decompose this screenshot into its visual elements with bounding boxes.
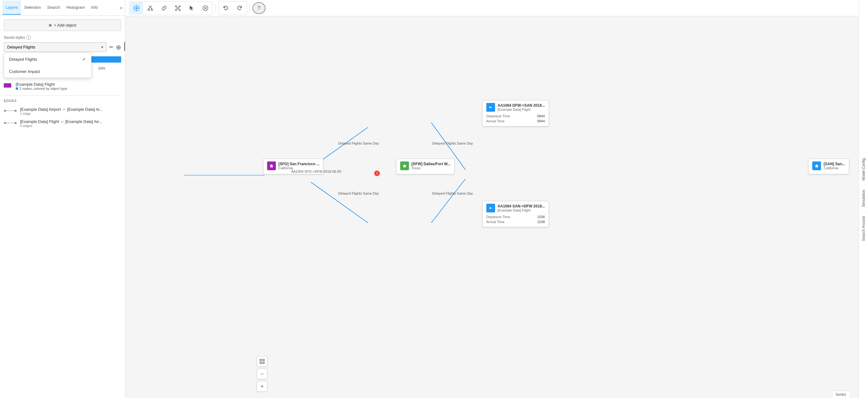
edge-label-delayed-3: Delayed Flights Same Day xyxy=(338,192,379,195)
node-card-dfw[interactable]: [DFW] Dallas/Fort W... Texas xyxy=(396,159,455,174)
flight-top-title: AA1064 DFW->SAN 2018... xyxy=(498,103,545,108)
canvas[interactable]: [SFO] San Francisco ... California ! AA1… xyxy=(125,16,859,398)
flight-top-titles: AA1064 DFW->SAN 2018... [Example Data] F… xyxy=(498,103,545,111)
edit-style-icon[interactable]: ✏ xyxy=(109,44,113,50)
add-style-icon[interactable]: ⊕ xyxy=(116,43,121,51)
dropdown-item-delayed-flights[interactable]: Delayed Flights ✓ xyxy=(4,53,91,65)
selected-style-label: Delayed Flights xyxy=(7,45,35,49)
edge-icon-airport xyxy=(4,108,17,113)
edge-count-airport: 1 edge xyxy=(20,112,121,115)
target-tool-button[interactable] xyxy=(130,2,143,14)
edge-icon-flight xyxy=(4,120,17,126)
toolbar-separator-1 xyxy=(215,3,216,13)
san-subtitle: California xyxy=(824,166,845,170)
collapse-panel-icon[interactable]: » xyxy=(120,5,122,11)
node-info: [Example Data] Flight 2 nodes, colored b… xyxy=(16,82,121,91)
node-card-flight-bot[interactable]: AA1064 SAN->DFW 2018... [Example Data] F… xyxy=(482,201,549,227)
dropdown-item-label: Customer Impact xyxy=(9,69,40,74)
svg-rect-36 xyxy=(260,359,261,361)
svg-point-17 xyxy=(175,6,177,7)
edge-info-airport: [Example Data] Airport ↔ [Example Data] … xyxy=(20,107,121,115)
svg-line-33 xyxy=(431,179,465,223)
undo-button[interactable] xyxy=(219,2,232,14)
flight-top-subtitle: [Example Data] Flight xyxy=(498,108,545,111)
node-card-flight-top[interactable]: AA1064 DFW->SAN 2018... [Example Data] F… xyxy=(482,100,549,126)
svg-line-31 xyxy=(311,182,368,223)
sfo-titles: [SFO] San Francisco ... California xyxy=(278,162,319,170)
svg-point-20 xyxy=(179,9,180,11)
dropdown-item-label: Delayed Flights xyxy=(9,57,37,62)
redo-button[interactable] xyxy=(233,2,246,14)
node-name: [Example Data] Flight xyxy=(16,82,121,87)
check-icon: ✓ xyxy=(82,57,86,62)
add-object-label: + Add object xyxy=(54,23,76,28)
bottom-controls: − + xyxy=(257,356,268,392)
help-button[interactable]: ? xyxy=(252,2,266,14)
alert-badge: ! xyxy=(374,170,380,176)
dropdown-arrow-icon: ▾ xyxy=(101,45,103,49)
style-dropdown[interactable]: Delayed Flights ▾ xyxy=(4,42,107,52)
flight-top-icon xyxy=(486,103,495,112)
tab-search[interactable]: Search xyxy=(44,1,63,15)
saved-styles-label: Saved styles i xyxy=(4,35,121,40)
edge-item-flight: [Example Data] Flight ↔ [Example Data] A… xyxy=(4,117,121,130)
fit-to-screen-button[interactable] xyxy=(257,356,268,367)
pointer-tool-button[interactable] xyxy=(185,2,198,14)
edge-label-delayed-2: Delayed Flights Same Day xyxy=(432,141,473,145)
left-panel: Layers Selection Search Histogram Info »… xyxy=(0,0,125,398)
edge-count-flight: 4 edges xyxy=(20,124,121,128)
flight-bot-titles: AA1064 SAN->DFW 2018... [Example Data] F… xyxy=(498,204,545,212)
dropdown-item-customer-impact[interactable]: Customer Impact xyxy=(4,65,91,77)
svg-line-22 xyxy=(179,7,179,7)
edge-name-flight: [Example Data] Flight ↔ [Example Data] A… xyxy=(20,119,121,124)
edge-label-delayed-1: Delayed Flights Same Day xyxy=(338,141,379,145)
node-icon-flight xyxy=(4,82,12,88)
edge-info-flight: [Example Data] Flight ↔ [Example Data] A… xyxy=(20,119,121,128)
san-title: [SAN] San... xyxy=(824,162,845,166)
tab-layers[interactable]: Layers xyxy=(2,1,21,15)
svg-rect-37 xyxy=(263,359,264,361)
svg-rect-38 xyxy=(260,362,261,364)
svg-point-0 xyxy=(4,110,6,112)
flight-bot-props: Departure Time 1036 Arrival Time 1538 xyxy=(486,214,545,224)
edge-label-delayed-4: Delayed Flights Same Day xyxy=(432,192,473,195)
tab-info[interactable]: Info xyxy=(88,1,101,15)
sidebar-search-around[interactable]: Search Around xyxy=(860,211,868,245)
toolbar-group-history xyxy=(218,1,247,15)
delete-tool-button[interactable] xyxy=(199,2,212,14)
san-icon xyxy=(812,161,821,170)
cut-tool-button[interactable] xyxy=(144,2,157,14)
new-style-tooltip: New style xyxy=(124,42,125,51)
add-object-button[interactable]: ⊕ + Add object xyxy=(4,20,121,31)
zoom-in-button[interactable]: + xyxy=(257,381,268,392)
node-item-flight: [Example Data] Flight 2 nodes, colored b… xyxy=(4,80,121,92)
node-card-san[interactable]: [SAN] San... California xyxy=(808,159,849,174)
tab-selection[interactable]: Selection xyxy=(21,1,44,15)
svg-line-24 xyxy=(179,9,179,9)
svg-point-7 xyxy=(135,7,137,9)
link-tool-button[interactable] xyxy=(157,2,170,14)
flight-bot-icon xyxy=(486,204,495,212)
dfw-subtitle: Texas xyxy=(411,166,451,170)
tabs-bar: Layers Selection Search Histogram Info » xyxy=(0,0,125,15)
svg-point-15 xyxy=(151,9,153,10)
edge-item-airport: [Example Data] Airport ↔ [Example Data] … xyxy=(4,105,121,117)
tab-histogram[interactable]: Histogram xyxy=(63,1,88,15)
sidebar-model-config[interactable]: Model Config. xyxy=(860,153,868,185)
dfw-icon xyxy=(400,161,409,170)
svg-point-3 xyxy=(4,122,6,124)
flight-top-props: Departure Time 0844 Arrival Time 0944 xyxy=(486,113,545,124)
svg-rect-39 xyxy=(263,362,264,364)
cluster-tool-button[interactable] xyxy=(171,2,184,14)
info-icon[interactable]: i xyxy=(26,35,31,40)
sfo-title: [SFO] San Francisco ... xyxy=(278,162,319,166)
zoom-out-button[interactable]: − xyxy=(257,369,268,379)
svg-point-5 xyxy=(15,122,17,124)
series-badge[interactable]: Series xyxy=(832,391,849,398)
style-dropdown-menu: Delayed Flights ✓ Customer Impact xyxy=(4,53,91,78)
sidebar-simulation[interactable]: Simulation xyxy=(860,185,868,211)
main-area: ? xyxy=(125,0,859,398)
svg-point-2 xyxy=(15,110,17,112)
panel-body: ⊕ + Add object Saved styles i Delayed Fl… xyxy=(0,15,125,398)
edge-name-airport: [Example Data] Airport ↔ [Example Data] … xyxy=(20,107,121,112)
